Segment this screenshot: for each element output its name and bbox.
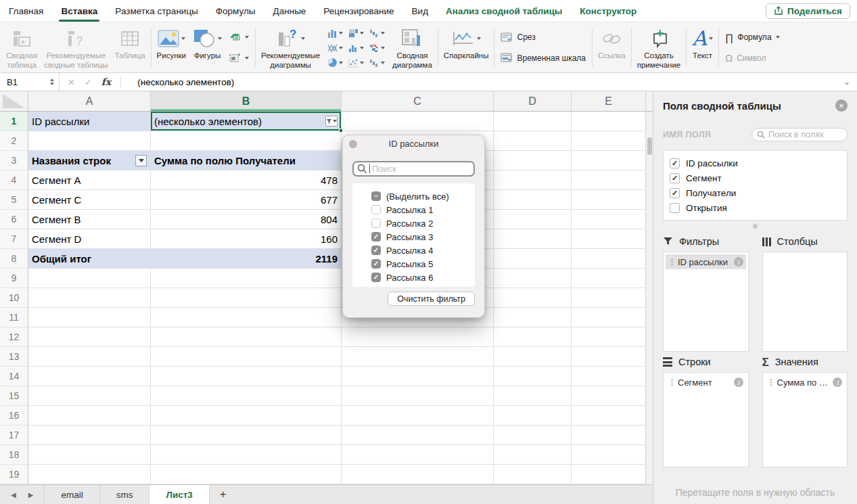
row-header-4[interactable]: 4 [0, 170, 28, 190]
cell-A9[interactable] [28, 269, 151, 288]
cell-A8[interactable]: Общий итог [28, 249, 151, 269]
treemap-chart-button[interactable] [367, 55, 388, 70]
row-header-5[interactable]: 5 [0, 190, 28, 210]
formula-bar-value[interactable]: (несколько элементов) [129, 77, 843, 87]
cell-A3[interactable]: Названия строк [28, 151, 151, 170]
checkbox-checked[interactable]: ✓ [670, 173, 680, 183]
stacked-chart-button[interactable] [346, 26, 367, 41]
line-chart-button[interactable] [325, 41, 346, 55]
cell-B12[interactable] [151, 327, 342, 347]
ribbon-tab-вставка[interactable]: Вставка [52, 0, 106, 22]
text-button[interactable]: A Текст [689, 24, 716, 71]
row-header-17[interactable]: 17 [0, 426, 28, 445]
pivot-table-button[interactable]: Сводная таблица [3, 24, 41, 71]
cell-D9[interactable] [494, 269, 572, 288]
text-caret[interactable] [709, 37, 713, 40]
smartart-button[interactable] [227, 31, 252, 43]
cell-A5[interactable]: Сегмент C [28, 190, 151, 210]
cell-B7[interactable]: 160 [151, 229, 342, 249]
cell-A18[interactable] [28, 445, 151, 465]
checkbox-unchecked[interactable] [670, 203, 680, 213]
filter-item-Рассылка-2[interactable]: Рассылка 2 [371, 216, 471, 230]
cell-C13[interactable] [342, 347, 494, 367]
treemap-chart-caret[interactable] [381, 62, 385, 64]
field-row-Сегмент[interactable]: ✓Сегмент [670, 170, 841, 185]
checkbox-indeterminate[interactable]: – [371, 191, 381, 201]
symbol-button[interactable]: Ω Символ [722, 51, 793, 65]
row-header-11[interactable]: 11 [0, 308, 28, 327]
scatter-chart-button[interactable] [346, 55, 367, 70]
checkbox-unchecked[interactable] [371, 205, 381, 214]
cell-E2[interactable] [572, 131, 646, 151]
cell-E4[interactable] [572, 170, 646, 190]
cell-B10[interactable] [151, 288, 342, 308]
field-chip-Сумма-по-полю-[interactable]: ⋮Сумма по полю...i [765, 375, 846, 390]
column-header-B[interactable]: B [151, 91, 342, 111]
ribbon-tab-разметка-страницы[interactable]: Разметка страницы [106, 0, 206, 22]
cell-D7[interactable] [494, 229, 572, 249]
column-header-D[interactable]: D [494, 91, 572, 111]
cell-A14[interactable] [28, 367, 151, 386]
row-header-7[interactable]: 7 [0, 229, 28, 249]
row-header-9[interactable]: 9 [0, 269, 28, 288]
sheet-tab-Лист3[interactable]: Лист3 [149, 485, 209, 504]
name-box-spinner[interactable] [50, 78, 55, 85]
cell-D5[interactable] [494, 190, 572, 210]
pie-chart-caret[interactable] [339, 62, 343, 64]
ribbon-tab-анализ-сводной-таблицы[interactable]: Анализ сводной таблицы [437, 0, 571, 22]
fields-search-input[interactable]: Поиск в полях [751, 128, 848, 141]
cell-A6[interactable]: Сегмент B [28, 210, 151, 229]
select-all-corner[interactable] [0, 91, 28, 111]
cell-D15[interactable] [494, 386, 572, 406]
cell-E17[interactable] [572, 426, 646, 445]
area-box-filter[interactable]: ⋮ID рассылкиi [663, 252, 749, 352]
table-button[interactable]: Таблица [112, 24, 149, 71]
cell-C19[interactable] [342, 465, 494, 484]
cell-A17[interactable] [28, 426, 151, 445]
slicer-button[interactable]: Срез [498, 31, 588, 44]
recommended-charts-button[interactable]: ? Рекомендуемые диаграммы [258, 24, 323, 71]
shapes-dropdown-caret[interactable] [218, 37, 222, 40]
sheet-tab-sms[interactable]: sms [100, 485, 150, 504]
ribbon-tab-формулы[interactable]: Формулы [207, 0, 264, 22]
ribbon-tab-конструктор[interactable]: Конструктор [571, 0, 645, 22]
info-icon[interactable]: i [833, 377, 842, 387]
ribbon-tab-рецензирование[interactable]: Рецензирование [315, 0, 402, 22]
cancel-entry-icon[interactable]: ✕ [68, 77, 75, 87]
cell-E3[interactable] [572, 151, 646, 170]
histogram-chart-caret[interactable] [360, 47, 364, 49]
filter-item-Рассылка-3[interactable]: ✓Рассылка 3 [371, 230, 471, 244]
pane-splitter-handle[interactable] [663, 221, 848, 231]
filter-item-Рассылка-6[interactable]: ✓Рассылка 6 [371, 271, 471, 284]
cell-D2[interactable] [494, 131, 572, 151]
cell-E12[interactable] [572, 327, 646, 347]
cell-A2[interactable] [28, 131, 151, 151]
waterfall-chart-button[interactable] [367, 26, 388, 41]
recommended-pivots-button[interactable]: ? Рекомендуемые сводные таблицы [41, 24, 111, 71]
cell-E14[interactable] [572, 367, 646, 386]
cell-A19[interactable] [28, 465, 151, 484]
column-header-C[interactable]: C [342, 91, 494, 111]
field-chip-ID-рассылки[interactable]: ⋮ID рассылкиi [666, 254, 746, 269]
waterfall-chart-caret[interactable] [381, 32, 385, 35]
cell-A12[interactable] [28, 327, 151, 347]
checkbox-checked[interactable]: ✓ [670, 188, 680, 198]
cell-A7[interactable]: Сегмент D [28, 229, 151, 249]
cell-A1[interactable]: ID рассылки [28, 112, 151, 131]
insert-function-icon[interactable]: fx [101, 76, 111, 87]
cell-C16[interactable] [342, 406, 494, 426]
cell-D6[interactable] [494, 210, 572, 229]
filter-item-Рассылка-4[interactable]: ✓Рассылка 4 [371, 244, 471, 257]
row-header-1[interactable]: 1 [0, 112, 28, 131]
checkbox-checked[interactable]: ✓ [371, 273, 381, 282]
cell-B17[interactable] [151, 426, 342, 445]
timeline-button[interactable]: Временная шкала [498, 51, 588, 64]
cell-B2[interactable] [151, 131, 342, 151]
cell-B16[interactable] [151, 406, 342, 426]
row-header-2[interactable]: 2 [0, 131, 28, 151]
column-chart-button[interactable] [325, 26, 346, 41]
ribbon-tab-главная[interactable]: Главная [0, 0, 52, 22]
cell-E8[interactable] [572, 249, 646, 269]
row-header-15[interactable]: 15 [0, 386, 28, 406]
sparklines-button[interactable]: Спарклайны [440, 24, 492, 71]
